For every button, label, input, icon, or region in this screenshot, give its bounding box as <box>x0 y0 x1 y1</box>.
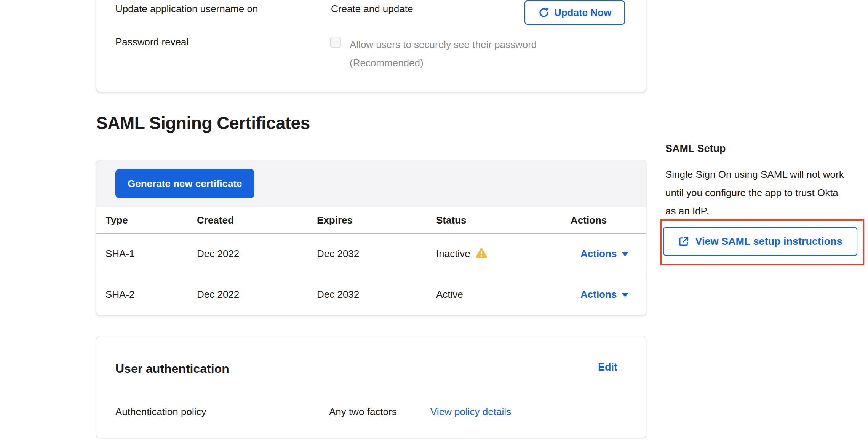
warning-icon <box>476 247 487 261</box>
actions-menu-button[interactable]: Actions <box>561 289 646 300</box>
update-now-button[interactable]: Update Now <box>524 0 625 25</box>
cert-expires: Dec 2032 <box>308 289 427 300</box>
user-authentication-card: User authentication Edit Authentication … <box>96 336 646 438</box>
password-reveal-checkbox[interactable] <box>330 37 341 48</box>
edit-link[interactable]: Edit <box>598 361 617 373</box>
generate-certificate-button[interactable]: Generate new certificate <box>115 169 254 198</box>
cert-expires: Dec 2032 <box>308 248 427 260</box>
page-title: SAML Signing Certificates <box>96 113 310 133</box>
column-header-created: Created <box>188 214 308 226</box>
saml-setup-description: Single Sign On using SAML will not work … <box>665 165 848 220</box>
table-row: SHA-2 Dec 2022 Dec 2032 Active Actions <box>96 274 646 315</box>
saml-setup-title: SAML Setup <box>665 141 726 156</box>
caret-down-icon <box>622 252 628 256</box>
cert-type: SHA-2 <box>96 289 188 300</box>
cert-created: Dec 2022 <box>188 289 308 300</box>
view-saml-setup-instructions-button[interactable]: View SAML setup instructions <box>663 227 857 256</box>
column-header-expires: Expires <box>308 214 427 226</box>
actions-menu-button[interactable]: Actions <box>561 248 646 260</box>
cert-status: Active <box>427 289 561 300</box>
update-now-label: Update Now <box>554 7 611 19</box>
refresh-icon <box>538 7 550 18</box>
cert-status: Inactive <box>427 247 561 261</box>
cert-type: SHA-1 <box>96 248 188 260</box>
column-header-status: Status <box>427 214 561 226</box>
password-reveal-checkbox-label: Allow users to securely see their passwo… <box>350 35 578 72</box>
certificates-table-header: Type Created Expires Status Actions <box>96 207 646 234</box>
sign-on-settings-card: Update application username on Create an… <box>96 0 646 92</box>
saml-certificates-card: Generate new certificate Type Created Ex… <box>96 160 646 315</box>
view-saml-setup-instructions-label: View SAML setup instructions <box>695 236 842 248</box>
column-header-type: Type <box>96 214 188 226</box>
table-row: SHA-1 Dec 2022 Dec 2032 Inactive Actions <box>96 234 646 274</box>
username-update-label: Update application username on <box>115 2 258 16</box>
authentication-policy-value: Any two factors <box>329 404 397 419</box>
authentication-policy-label: Authentication policy <box>115 404 206 419</box>
external-link-icon <box>678 236 689 247</box>
view-policy-details-link[interactable]: View policy details <box>430 404 511 419</box>
user-authentication-title: User authentication <box>115 361 229 377</box>
caret-down-icon <box>622 293 628 297</box>
column-header-actions: Actions <box>561 214 646 226</box>
cert-created: Dec 2022 <box>188 248 308 260</box>
password-reveal-label: Password reveal <box>115 35 189 49</box>
username-update-value: Create and update <box>331 2 413 16</box>
certificates-toolbar: Generate new certificate <box>96 160 646 207</box>
